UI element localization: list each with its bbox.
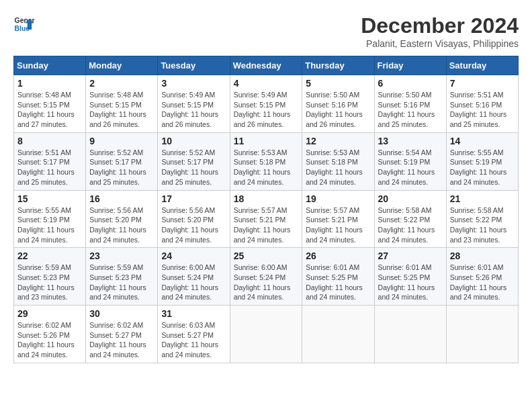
calendar-week-3: 15Sunrise: 5:55 AM Sunset: 5:19 PM Dayli… <box>14 190 519 248</box>
day-number: 9 <box>89 136 154 146</box>
day-info: Sunrise: 5:50 AM Sunset: 5:16 PM Dayligh… <box>378 90 443 130</box>
day-number: 13 <box>378 136 443 146</box>
calendar-cell: 19Sunrise: 5:57 AM Sunset: 5:21 PM Dayli… <box>302 190 374 248</box>
calendar-cell: 14Sunrise: 5:55 AM Sunset: 5:19 PM Dayli… <box>446 132 518 190</box>
day-info: Sunrise: 5:48 AM Sunset: 5:15 PM Dayligh… <box>89 90 154 130</box>
day-number: 26 <box>306 250 370 261</box>
day-info: Sunrise: 5:58 AM Sunset: 5:22 PM Dayligh… <box>450 205 515 245</box>
day-info: Sunrise: 5:56 AM Sunset: 5:20 PM Dayligh… <box>89 205 154 245</box>
day-info: Sunrise: 5:48 AM Sunset: 5:15 PM Dayligh… <box>17 90 82 130</box>
calendar-cell: 6Sunrise: 5:50 AM Sunset: 5:16 PM Daylig… <box>374 75 446 133</box>
day-info: Sunrise: 5:59 AM Sunset: 5:23 PM Dayligh… <box>89 263 154 302</box>
calendar-cell: 17Sunrise: 5:56 AM Sunset: 5:20 PM Dayli… <box>158 190 230 248</box>
calendar-cell: 30Sunrise: 6:02 AM Sunset: 5:27 PM Dayli… <box>86 306 158 363</box>
logo-icon: General Blue <box>13 13 35 35</box>
day-number: 21 <box>450 193 515 204</box>
calendar-cell: 24Sunrise: 6:00 AM Sunset: 5:24 PM Dayli… <box>158 248 230 306</box>
day-number: 8 <box>17 136 82 146</box>
day-number: 30 <box>89 308 154 319</box>
calendar-week-4: 22Sunrise: 5:59 AM Sunset: 5:23 PM Dayli… <box>14 248 519 306</box>
day-info: Sunrise: 5:53 AM Sunset: 5:18 PM Dayligh… <box>234 148 299 187</box>
calendar-cell: 18Sunrise: 5:57 AM Sunset: 5:21 PM Dayli… <box>230 190 302 248</box>
calendar-header-monday: Monday <box>86 56 158 75</box>
calendar-week-1: 1Sunrise: 5:48 AM Sunset: 5:15 PM Daylig… <box>14 75 519 133</box>
day-info: Sunrise: 6:02 AM Sunset: 5:27 PM Dayligh… <box>89 320 154 360</box>
day-info: Sunrise: 5:51 AM Sunset: 5:17 PM Dayligh… <box>17 148 82 187</box>
month-title: December 2024 <box>361 13 519 38</box>
day-info: Sunrise: 6:02 AM Sunset: 5:26 PM Dayligh… <box>17 320 82 360</box>
day-info: Sunrise: 5:52 AM Sunset: 5:17 PM Dayligh… <box>161 148 226 187</box>
calendar-cell: 2Sunrise: 5:48 AM Sunset: 5:15 PM Daylig… <box>86 75 158 133</box>
calendar-header-thursday: Thursday <box>302 56 374 75</box>
day-number: 27 <box>378 250 443 261</box>
day-number: 24 <box>161 250 226 261</box>
day-info: Sunrise: 6:01 AM Sunset: 5:26 PM Dayligh… <box>450 263 515 302</box>
day-info: Sunrise: 6:01 AM Sunset: 5:25 PM Dayligh… <box>306 263 370 302</box>
page-header: General Blue December 2024 Palanit, East… <box>13 13 519 49</box>
day-number: 29 <box>17 308 82 319</box>
day-info: Sunrise: 5:52 AM Sunset: 5:17 PM Dayligh… <box>89 148 154 187</box>
title-block: December 2024 Palanit, Eastern Visayas, … <box>361 13 519 49</box>
calendar-cell: 26Sunrise: 6:01 AM Sunset: 5:25 PM Dayli… <box>302 248 374 306</box>
calendar-cell: 22Sunrise: 5:59 AM Sunset: 5:23 PM Dayli… <box>14 248 86 306</box>
calendar-header-sunday: Sunday <box>14 56 86 75</box>
day-number: 16 <box>89 193 154 204</box>
day-number: 15 <box>17 193 82 204</box>
day-number: 19 <box>306 193 370 204</box>
calendar-cell: 8Sunrise: 5:51 AM Sunset: 5:17 PM Daylig… <box>14 132 86 190</box>
calendar-table: SundayMondayTuesdayWednesdayThursdayFrid… <box>13 56 519 363</box>
calendar-cell: 9Sunrise: 5:52 AM Sunset: 5:17 PM Daylig… <box>86 132 158 190</box>
calendar-cell: 28Sunrise: 6:01 AM Sunset: 5:26 PM Dayli… <box>446 248 518 306</box>
day-info: Sunrise: 5:58 AM Sunset: 5:22 PM Dayligh… <box>378 205 443 245</box>
day-info: Sunrise: 5:55 AM Sunset: 5:19 PM Dayligh… <box>17 205 82 245</box>
day-number: 5 <box>306 78 370 89</box>
calendar-header-saturday: Saturday <box>446 56 518 75</box>
day-info: Sunrise: 5:59 AM Sunset: 5:23 PM Dayligh… <box>17 263 82 302</box>
day-number: 17 <box>161 193 226 204</box>
day-number: 20 <box>378 193 443 204</box>
day-number: 10 <box>161 136 226 146</box>
calendar-cell: 7Sunrise: 5:51 AM Sunset: 5:16 PM Daylig… <box>446 75 518 133</box>
calendar-cell <box>446 306 518 363</box>
day-number: 11 <box>234 136 299 146</box>
day-number: 7 <box>450 78 515 89</box>
calendar-header-wednesday: Wednesday <box>230 56 302 75</box>
day-info: Sunrise: 5:50 AM Sunset: 5:16 PM Dayligh… <box>306 90 370 130</box>
calendar-cell: 15Sunrise: 5:55 AM Sunset: 5:19 PM Dayli… <box>14 190 86 248</box>
day-number: 31 <box>161 308 226 319</box>
day-number: 22 <box>17 250 82 261</box>
day-info: Sunrise: 5:53 AM Sunset: 5:18 PM Dayligh… <box>306 148 370 187</box>
day-number: 23 <box>89 250 154 261</box>
calendar-cell: 3Sunrise: 5:49 AM Sunset: 5:15 PM Daylig… <box>158 75 230 133</box>
calendar-header-tuesday: Tuesday <box>158 56 230 75</box>
day-number: 18 <box>234 193 299 204</box>
calendar-cell: 4Sunrise: 5:49 AM Sunset: 5:15 PM Daylig… <box>230 75 302 133</box>
location: Palanit, Eastern Visayas, Philippines <box>361 38 519 49</box>
day-number: 14 <box>450 136 515 146</box>
day-number: 1 <box>17 78 82 89</box>
calendar-cell: 31Sunrise: 6:03 AM Sunset: 5:27 PM Dayli… <box>158 306 230 363</box>
calendar-header-friday: Friday <box>374 56 446 75</box>
day-info: Sunrise: 5:55 AM Sunset: 5:19 PM Dayligh… <box>450 148 515 187</box>
day-info: Sunrise: 5:54 AM Sunset: 5:19 PM Dayligh… <box>378 148 443 187</box>
day-number: 4 <box>234 78 299 89</box>
calendar-cell: 10Sunrise: 5:52 AM Sunset: 5:17 PM Dayli… <box>158 132 230 190</box>
day-number: 12 <box>306 136 370 146</box>
day-info: Sunrise: 6:00 AM Sunset: 5:24 PM Dayligh… <box>234 263 299 302</box>
calendar-cell: 13Sunrise: 5:54 AM Sunset: 5:19 PM Dayli… <box>374 132 446 190</box>
day-info: Sunrise: 6:00 AM Sunset: 5:24 PM Dayligh… <box>161 263 226 302</box>
calendar-cell: 16Sunrise: 5:56 AM Sunset: 5:20 PM Dayli… <box>86 190 158 248</box>
day-info: Sunrise: 5:56 AM Sunset: 5:20 PM Dayligh… <box>161 205 226 245</box>
calendar-cell: 25Sunrise: 6:00 AM Sunset: 5:24 PM Dayli… <box>230 248 302 306</box>
day-number: 25 <box>234 250 299 261</box>
calendar-cell: 21Sunrise: 5:58 AM Sunset: 5:22 PM Dayli… <box>446 190 518 248</box>
calendar-cell: 23Sunrise: 5:59 AM Sunset: 5:23 PM Dayli… <box>86 248 158 306</box>
calendar-cell: 27Sunrise: 6:01 AM Sunset: 5:25 PM Dayli… <box>374 248 446 306</box>
calendar-week-5: 29Sunrise: 6:02 AM Sunset: 5:26 PM Dayli… <box>14 306 519 363</box>
day-info: Sunrise: 6:01 AM Sunset: 5:25 PM Dayligh… <box>378 263 443 302</box>
calendar-cell <box>230 306 302 363</box>
calendar-cell: 1Sunrise: 5:48 AM Sunset: 5:15 PM Daylig… <box>14 75 86 133</box>
day-info: Sunrise: 6:03 AM Sunset: 5:27 PM Dayligh… <box>161 320 226 360</box>
day-number: 2 <box>89 78 154 89</box>
day-info: Sunrise: 5:49 AM Sunset: 5:15 PM Dayligh… <box>234 90 299 130</box>
